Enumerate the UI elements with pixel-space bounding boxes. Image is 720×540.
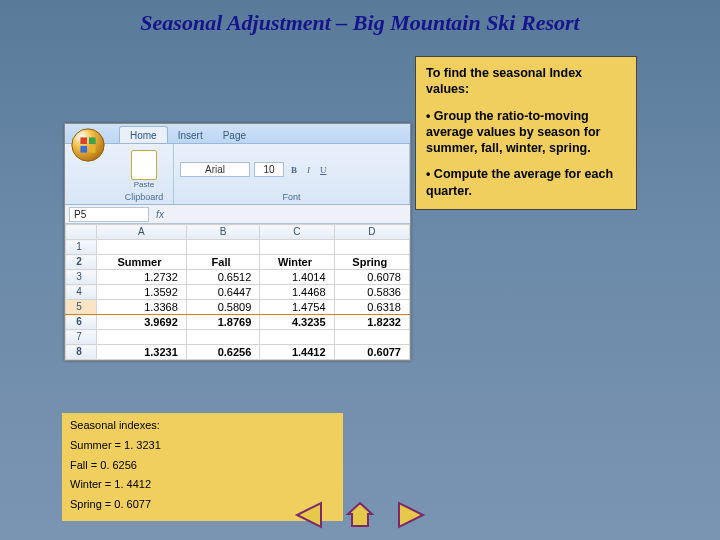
cell[interactable]: 1.4754 bbox=[260, 300, 334, 315]
cell[interactable]: 0.6077 bbox=[334, 345, 409, 360]
tab-insert[interactable]: Insert bbox=[168, 127, 213, 143]
row-head[interactable]: 8 bbox=[66, 345, 97, 360]
prev-button[interactable] bbox=[291, 500, 325, 530]
cell[interactable]: 0.6256 bbox=[186, 345, 260, 360]
index-fall: Fall = 0. 6256 bbox=[70, 456, 335, 476]
cell[interactable]: Fall bbox=[186, 255, 260, 270]
cell[interactable]: 3.9692 bbox=[97, 315, 187, 330]
table-row[interactable]: 2 Summer Fall Winter Spring bbox=[66, 255, 410, 270]
cell[interactable]: 0.5836 bbox=[334, 285, 409, 300]
cell[interactable]: 1.4412 bbox=[260, 345, 334, 360]
table-row[interactable]: 8 1.3231 0.6256 1.4412 0.6077 bbox=[66, 345, 410, 360]
row-head[interactable]: 5 bbox=[66, 300, 97, 315]
paste-button[interactable]: Paste bbox=[131, 150, 157, 189]
cell[interactable]: 1.3231 bbox=[97, 345, 187, 360]
cell[interactable]: 1.8769 bbox=[186, 315, 260, 330]
clipboard-icon bbox=[131, 150, 157, 180]
fx-icon[interactable]: fx bbox=[153, 209, 167, 220]
svg-point-0 bbox=[72, 129, 104, 161]
row-head[interactable]: 6 bbox=[66, 315, 97, 330]
index-summer: Summer = 1. 3231 bbox=[70, 436, 335, 456]
row-head[interactable]: 7 bbox=[66, 330, 97, 345]
svg-rect-4 bbox=[89, 146, 96, 153]
col-b[interactable]: B bbox=[186, 225, 260, 240]
row-head[interactable]: 1 bbox=[66, 240, 97, 255]
svg-rect-3 bbox=[80, 146, 87, 153]
index-winter: Winter = 1. 4412 bbox=[70, 475, 335, 495]
cell[interactable]: 0.6078 bbox=[334, 270, 409, 285]
callout-bullet-2: • Compute the average for each quarter. bbox=[426, 167, 613, 197]
cell[interactable]: 4.3235 bbox=[260, 315, 334, 330]
col-a[interactable]: A bbox=[97, 225, 187, 240]
font-size-selector[interactable]: 10 bbox=[254, 162, 284, 177]
table-row[interactable]: 5 1.3368 0.5809 1.4754 0.6318 bbox=[66, 300, 410, 315]
column-headers: A B C D bbox=[66, 225, 410, 240]
indexes-heading: Seasonal indexes: bbox=[70, 416, 335, 436]
next-button[interactable] bbox=[395, 500, 429, 530]
cell[interactable]: 0.6512 bbox=[186, 270, 260, 285]
underline-button[interactable]: U bbox=[317, 165, 330, 175]
cell[interactable]: Winter bbox=[260, 255, 334, 270]
cell[interactable]: 1.3592 bbox=[97, 285, 187, 300]
svg-rect-2 bbox=[89, 137, 96, 144]
svg-rect-1 bbox=[80, 137, 87, 144]
name-box[interactable]: P5 bbox=[69, 207, 149, 222]
svg-marker-6 bbox=[348, 503, 372, 526]
cell[interactable]: 1.2732 bbox=[97, 270, 187, 285]
cell[interactable]: 1.3368 bbox=[97, 300, 187, 315]
svg-marker-7 bbox=[399, 503, 423, 527]
group-font-label: Font bbox=[180, 192, 403, 202]
seasonal-index-steps-callout: To find the seasonal Index values: • Gro… bbox=[415, 56, 637, 210]
home-button[interactable] bbox=[343, 500, 377, 530]
cell[interactable]: 1.4468 bbox=[260, 285, 334, 300]
cell[interactable]: 0.6318 bbox=[334, 300, 409, 315]
office-button[interactable] bbox=[69, 126, 109, 164]
cell[interactable]: Spring bbox=[334, 255, 409, 270]
formula-bar: P5 fx bbox=[65, 205, 410, 224]
cell[interactable]: 0.6447 bbox=[186, 285, 260, 300]
row-head[interactable]: 3 bbox=[66, 270, 97, 285]
table-row[interactable]: 3 1.2732 0.6512 1.4014 0.6078 bbox=[66, 270, 410, 285]
col-c[interactable]: C bbox=[260, 225, 334, 240]
cell[interactable]: 1.8232 bbox=[334, 315, 409, 330]
callout-bullet-1: • Group the ratio-to-moving average valu… bbox=[426, 109, 600, 156]
group-clipboard-label: Clipboard bbox=[121, 192, 167, 202]
table-row[interactable]: 1 bbox=[66, 240, 410, 255]
slide: Seasonal Adjustment – Big Mountain Ski R… bbox=[0, 0, 720, 540]
excel-window: Home Insert Page Paste Clipboard Arial 1… bbox=[64, 123, 411, 361]
font-name-selector[interactable]: Arial bbox=[180, 162, 250, 177]
svg-marker-5 bbox=[297, 503, 321, 527]
cell[interactable]: Summer bbox=[97, 255, 187, 270]
cell[interactable]: 0.5809 bbox=[186, 300, 260, 315]
row-head[interactable]: 2 bbox=[66, 255, 97, 270]
ribbon-tabs: Home Insert Page bbox=[65, 124, 410, 144]
table-row[interactable]: 4 1.3592 0.6447 1.4468 0.5836 bbox=[66, 285, 410, 300]
cell[interactable]: 1.4014 bbox=[260, 270, 334, 285]
page-title: Seasonal Adjustment – Big Mountain Ski R… bbox=[0, 10, 720, 36]
paste-label: Paste bbox=[131, 180, 157, 189]
select-all-corner[interactable] bbox=[66, 225, 97, 240]
bold-button[interactable]: B bbox=[288, 165, 300, 175]
table-row[interactable]: 6 3.9692 1.8769 4.3235 1.8232 bbox=[66, 315, 410, 330]
tab-page-layout[interactable]: Page bbox=[213, 127, 256, 143]
italic-button[interactable]: I bbox=[304, 165, 313, 175]
slide-nav bbox=[0, 500, 720, 530]
ribbon: Paste Clipboard Arial 10 B I U Font bbox=[65, 144, 410, 205]
table-row[interactable]: 7 bbox=[66, 330, 410, 345]
row-head[interactable]: 4 bbox=[66, 285, 97, 300]
tab-home[interactable]: Home bbox=[119, 126, 168, 143]
callout-heading: To find the seasonal Index values: bbox=[426, 66, 582, 96]
spreadsheet-grid[interactable]: A B C D 1 2 Summer Fall Winter Spring 3 … bbox=[65, 224, 410, 360]
col-d[interactable]: D bbox=[334, 225, 409, 240]
